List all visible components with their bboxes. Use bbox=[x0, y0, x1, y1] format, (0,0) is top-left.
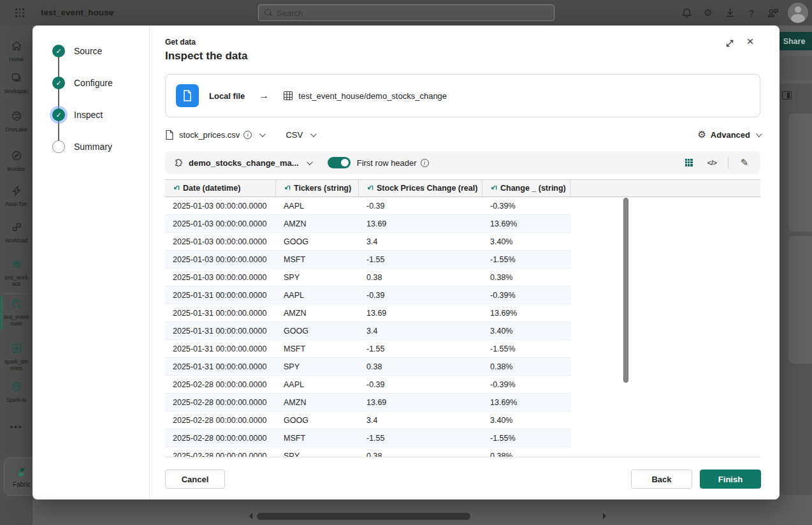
close-dialog-icon[interactable]: × bbox=[743, 34, 758, 49]
arrow-right-icon: → bbox=[259, 90, 269, 101]
column-header-label: Date (datetime) bbox=[183, 184, 240, 193]
cancel-button[interactable]: Cancel bbox=[165, 470, 225, 489]
table-row[interactable]: 2025-01-03 00:00:00.0000MSFT-1.55-1.55% bbox=[165, 251, 571, 269]
notifications-bell-icon[interactable] bbox=[676, 0, 697, 26]
rail-divider bbox=[3, 293, 29, 294]
workload-icon bbox=[10, 221, 23, 236]
search-input[interactable]: Search bbox=[258, 4, 555, 21]
expand-dialog-icon[interactable] bbox=[722, 36, 737, 51]
first-row-header-info-icon[interactable]: i bbox=[421, 159, 429, 167]
file-name[interactable]: stock_prices.csv bbox=[179, 130, 240, 140]
first-row-header-toggle[interactable] bbox=[328, 157, 351, 168]
sidebar-item-spark-te[interactable]: Spark-te bbox=[0, 378, 33, 403]
share-button[interactable]: Share bbox=[776, 32, 812, 50]
format-chevron-down-icon[interactable] bbox=[310, 131, 317, 137]
sidebar-item-workspac[interactable]: Workspac bbox=[0, 69, 33, 94]
user-avatar[interactable] bbox=[788, 3, 808, 23]
sidebar-item-workload[interactable]: Workload bbox=[0, 218, 33, 244]
feedback-icon[interactable] bbox=[762, 0, 784, 26]
onelake-icon bbox=[10, 110, 23, 125]
table-row[interactable]: 2025-02-28 00:00:00.0000MSFT-1.55-1.55% bbox=[165, 429, 571, 447]
table-row[interactable]: 2025-02-28 00:00:00.0000SPY0.380.38% bbox=[165, 447, 571, 457]
wizard-step-inspect[interactable]: ✓Inspect bbox=[33, 108, 83, 121]
download-icon[interactable] bbox=[719, 0, 741, 26]
table-cell: SPY bbox=[276, 358, 359, 375]
more-items-icon[interactable]: ••• bbox=[0, 422, 33, 432]
table-row[interactable]: 2025-01-31 00:00:00.0000AAPL-0.39-0.39% bbox=[165, 286, 571, 304]
mapping-select[interactable]: demo_stocks_change_ma... bbox=[189, 158, 299, 168]
sidebar-item-test_work[interactable]: test_work ace bbox=[0, 255, 33, 287]
background-panel-card bbox=[788, 114, 812, 232]
table-row[interactable]: 2025-01-03 00:00:00.0000SPY0.380.38% bbox=[165, 269, 571, 286]
code-view-icon[interactable]: </> bbox=[702, 154, 721, 171]
table-body[interactable]: 2025-01-03 00:00:00.0000AAPL-0.39-0.39%2… bbox=[165, 197, 760, 457]
table-row[interactable]: 2025-01-31 00:00:00.0000SPY0.380.38% bbox=[165, 358, 571, 376]
table-row[interactable]: 2025-02-28 00:00:00.0000AAPL-0.39-0.39% bbox=[165, 376, 571, 394]
vertical-scrollbar[interactable] bbox=[623, 198, 628, 383]
background-panel-card bbox=[788, 236, 812, 364]
table-cell: 13.69 bbox=[359, 215, 482, 232]
grid-view-icon[interactable] bbox=[679, 154, 699, 171]
wizard-step-configure[interactable]: ✓Configure bbox=[33, 77, 93, 89]
table-row[interactable]: 2025-01-03 00:00:00.0000AMZN13.6913.69% bbox=[165, 215, 571, 233]
mapping-chevron-down-icon[interactable] bbox=[307, 159, 313, 165]
column-header[interactable]: Date (datetime) bbox=[165, 180, 276, 196]
help-icon[interactable]: ? bbox=[741, 0, 762, 26]
file-info-icon[interactable]: i bbox=[243, 131, 252, 139]
column-header-label: Tickers (string) bbox=[294, 184, 351, 193]
hscroll-left-arrow[interactable] bbox=[249, 513, 252, 519]
format-select[interactable]: CSV bbox=[286, 130, 303, 140]
hscroll-right-arrow[interactable] bbox=[603, 513, 606, 519]
settings-gear-icon[interactable]: ⚙ bbox=[697, 0, 719, 26]
sidebar-item-monitor[interactable]: Monitor bbox=[0, 147, 33, 172]
back-button[interactable]: Back bbox=[631, 470, 692, 489]
table-cell: -1.55 bbox=[359, 251, 482, 268]
table-row[interactable]: 2025-02-28 00:00:00.0000AMZN13.6913.69% bbox=[165, 394, 571, 411]
table-cell: 3.40% bbox=[482, 233, 571, 250]
table-cell: 2025-01-31 00:00:00.0000 bbox=[165, 358, 276, 375]
advanced-button[interactable]: ⚙ Advanced bbox=[697, 126, 760, 143]
table-cell: -1.55% bbox=[482, 429, 571, 447]
column-header[interactable]: Change _ (string) bbox=[482, 180, 570, 196]
edit-icon[interactable]: ✎ bbox=[735, 154, 754, 171]
table-row[interactable]: 2025-01-31 00:00:00.0000AMZN13.6913.69% bbox=[165, 304, 571, 322]
wizard-step-source[interactable]: ✓Source bbox=[33, 45, 82, 57]
step-label: Source bbox=[74, 46, 102, 56]
table-row[interactable]: 2025-01-03 00:00:00.0000AAPL-0.39-0.39% bbox=[165, 197, 571, 215]
table-cell: 2025-01-03 00:00:00.0000 bbox=[165, 197, 276, 214]
table-row[interactable]: 2025-01-31 00:00:00.0000GOOG3.43.40% bbox=[165, 322, 571, 340]
finish-button[interactable]: Finish bbox=[700, 470, 761, 489]
file-chevron-down-icon[interactable] bbox=[259, 131, 266, 137]
table-row[interactable]: 2025-01-03 00:00:00.0000GOOG3.43.40% bbox=[165, 233, 571, 251]
table-cell: 0.38% bbox=[482, 269, 571, 286]
table-cell: AMZN bbox=[276, 304, 359, 322]
advanced-label: Advanced bbox=[711, 130, 750, 140]
horizontal-scrollbar[interactable] bbox=[257, 513, 470, 520]
table-cell: 13.69 bbox=[359, 304, 482, 322]
column-header[interactable]: Tickers (string) bbox=[276, 180, 359, 196]
table-cell: MSFT bbox=[276, 340, 359, 357]
table-cell: 3.4 bbox=[359, 233, 482, 250]
sidebar-item-onelake[interactable]: OneLake bbox=[0, 107, 33, 133]
table-row[interactable]: 2025-02-28 00:00:00.0000GOOG3.43.40% bbox=[165, 411, 571, 429]
eventhouse-icon bbox=[10, 297, 23, 313]
table-cell: 2025-01-03 00:00:00.0000 bbox=[165, 251, 276, 268]
table-cell: 0.38 bbox=[359, 269, 482, 286]
sidebar-item-label: Monitor bbox=[7, 166, 25, 172]
step-circle-icon bbox=[52, 140, 65, 153]
first-row-header-label: First row header bbox=[357, 158, 417, 168]
column-header[interactable]: Stock Prices Change (real) bbox=[359, 180, 482, 196]
sidebar-item-real-tim[interactable]: Real-Tim bbox=[0, 182, 33, 207]
app-title[interactable]: test_event_house bbox=[41, 8, 113, 17]
sidebar-item-spark_tim[interactable]: spark_tim eries bbox=[0, 339, 33, 371]
sidebar-item-test_event[interactable]: test_event ouse bbox=[0, 295, 33, 327]
table-cell: 2025-02-28 00:00:00.0000 bbox=[165, 376, 276, 393]
table-cell: 2025-01-31 00:00:00.0000 bbox=[165, 340, 276, 357]
sidebar-item-home[interactable]: Home bbox=[0, 37, 33, 63]
table-cell: 0.38% bbox=[482, 358, 571, 375]
wizard-step-summary[interactable]: Summary bbox=[33, 140, 92, 153]
table-row[interactable]: 2025-01-31 00:00:00.0000MSFT-1.55-1.55% bbox=[165, 340, 571, 358]
workspace-people-icon bbox=[10, 258, 23, 273]
app-launcher-icon[interactable] bbox=[15, 8, 24, 17]
search-placeholder: Search bbox=[277, 8, 303, 18]
